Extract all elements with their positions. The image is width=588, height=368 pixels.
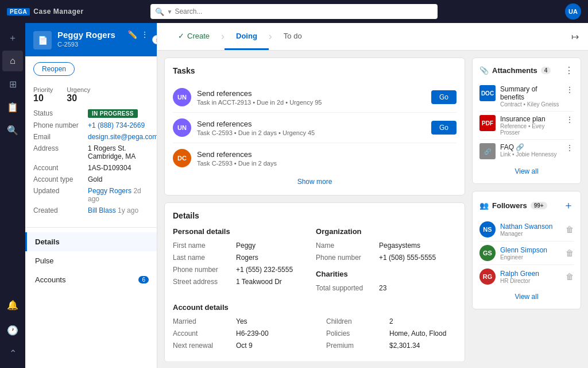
follower-name[interactable]: Glenn Simpson: [500, 246, 561, 254]
follower-name[interactable]: Nathan Swanson: [500, 223, 561, 231]
attachments-card: 📎 Attachments 4 ⋮ DOC Summary of benefit…: [472, 57, 581, 184]
follower-role: Engineer: [500, 254, 561, 260]
attachment-name: Summary of benefits: [500, 85, 561, 101]
attachment-icon: DOC: [479, 85, 496, 101]
attachment-sub: Link • Jobie Hennessy: [500, 151, 561, 158]
stage-todo[interactable]: To do: [272, 23, 314, 50]
avatar[interactable]: UA: [565, 3, 581, 20]
icon-bar-bell[interactable]: 🔔: [2, 297, 23, 317]
attachment-more-icon[interactable]: ⋮: [566, 115, 574, 124]
attachment-info: FAQ 🔗 Link • Jobie Hennessy: [500, 143, 561, 158]
task-title: Send references: [197, 89, 425, 98]
icon-bar-add[interactable]: ＋: [2, 28, 23, 48]
nav-item-pulse[interactable]: Pulse: [25, 251, 157, 270]
nav-item-accounts[interactable]: Accounts 6: [25, 270, 157, 289]
charities-title: Charities: [316, 270, 436, 278]
detail-row: Account H6-239-00: [173, 329, 303, 338]
show-more-button[interactable]: Show more: [173, 173, 457, 187]
detail-row: Policies Home, Auto, Flood: [326, 329, 457, 338]
account-type-label: Account type: [33, 175, 88, 183]
task-subtitle: Task in ACCT-2913 • Due in 2d • Urgency …: [197, 99, 425, 106]
attachment-info: Summary of benefits Contract • Kiley Gne…: [500, 85, 561, 108]
stage-expand-button[interactable]: ↦: [571, 31, 579, 42]
detail-row: Last name Rogers: [173, 254, 293, 262]
detail-row: First name Peggy: [173, 241, 293, 250]
attachments-more-icon[interactable]: ⋮: [564, 65, 574, 76]
edit-icon[interactable]: ✏️: [127, 30, 137, 39]
detail-row: Premium $2,301.34: [326, 342, 457, 350]
attachment-sub: Reference • Evey Prosser: [500, 123, 561, 136]
remove-follower-button[interactable]: 🗑: [566, 225, 574, 234]
stage-bar: ✓ Create › Doing › To do ↦: [157, 23, 588, 51]
reopen-button[interactable]: Reopen: [33, 62, 75, 76]
attachment-more-icon[interactable]: ⋮: [566, 85, 574, 94]
attachment-icon: PDF: [479, 115, 496, 131]
more-options-icon[interactable]: ⋮: [141, 30, 149, 39]
tasks-card: Tasks UN Send references Task in ACCT-29…: [164, 57, 465, 195]
add-follower-button[interactable]: ＋: [563, 198, 574, 212]
attachment-item: DOC Summary of benefits Contract • Kiley…: [479, 82, 574, 112]
task-subtitle: Task C-2593 • Due in 2 days: [197, 160, 457, 167]
task-avatar: DC: [173, 149, 191, 167]
remove-follower-button[interactable]: 🗑: [566, 272, 574, 281]
case-name: Peggy Rogers: [57, 30, 115, 40]
task-info: Send references Task C-2593 • Due in 2 d…: [197, 120, 425, 136]
remove-follower-button[interactable]: 🗑: [566, 248, 574, 258]
status-badge: IN PROGRESS: [88, 109, 138, 118]
account-value: 1AS-D109304: [88, 164, 131, 172]
follower-role: HR Director: [500, 278, 561, 284]
nav-item-details[interactable]: Details: [25, 232, 157, 251]
search-input[interactable]: [175, 7, 433, 16]
center-panel: Tasks UN Send references Task in ACCT-29…: [164, 57, 465, 361]
attachments-title: Attachments: [492, 66, 537, 75]
details-card: Details Personal details First name Pegg…: [164, 202, 465, 361]
follower-name[interactable]: Ralph Green: [500, 270, 561, 278]
followers-view-all[interactable]: View all: [479, 288, 574, 302]
followers-card: 👥 Followers 99+ ＋ NS Nathan Swanson Mana…: [472, 191, 581, 309]
updated-value[interactable]: Peggy Rogers 2d ago: [88, 187, 149, 203]
detail-row: Total supported 23: [316, 284, 436, 292]
search-dropdown-icon[interactable]: ▼: [167, 9, 172, 15]
detail-row: Phone number +1 (508) 555-5555: [316, 254, 436, 262]
urgency-value: 30: [67, 93, 90, 103]
search-bar[interactable]: 🔍 ▼: [150, 4, 438, 19]
logo-badge: PEGA: [7, 8, 30, 16]
detail-row: Phone number +1 (555) 232-5555: [173, 266, 293, 274]
topbar: PEGA Case Manager 🔍 ▼ UA: [0, 0, 588, 23]
attachments-count: 4: [541, 67, 551, 74]
go-button[interactable]: Go: [431, 121, 457, 135]
priority-label: Priority: [33, 86, 53, 93]
status-label: Status: [33, 109, 88, 118]
icon-bar-cases[interactable]: 📋: [2, 97, 23, 117]
icon-bar-clock[interactable]: 🕐: [2, 320, 23, 340]
follower-item: NS Nathan Swanson Manager 🗑: [479, 218, 574, 241]
stage-create[interactable]: ✓ Create: [167, 23, 221, 50]
attachments-view-all[interactable]: View all: [479, 163, 574, 177]
email-value[interactable]: design.site@pega.com: [88, 133, 157, 141]
phone-value[interactable]: +1 (888) 734-2669: [88, 121, 145, 129]
task-item: DC Send references Task C-2593 • Due in …: [173, 143, 457, 173]
attachment-sub: Contract • Kiley Gneiss: [500, 101, 561, 108]
tasks-title: Tasks: [173, 66, 457, 75]
attachment-more-icon[interactable]: ⋮: [566, 143, 574, 152]
left-panel: 📄 Peggy Rogers C-2593 ✏️ ⋮ › Reopen Prio…: [25, 23, 157, 368]
right-panel: 📎 Attachments 4 ⋮ DOC Summary of benefit…: [472, 57, 581, 361]
icon-bar-home[interactable]: ⌂: [2, 51, 23, 71]
attachment-icon: 🔗: [479, 143, 496, 159]
follower-avatar: RG: [479, 269, 496, 285]
icon-bar-apps[interactable]: ⊞: [2, 74, 23, 94]
followers-title: Followers: [492, 201, 527, 210]
follower-role: Manager: [500, 231, 561, 237]
main-content: ✓ Create › Doing › To do ↦ Tasks UN Se: [157, 23, 588, 368]
expand-panel-button[interactable]: ›: [152, 35, 157, 44]
created-value[interactable]: Bill Blass 1y ago: [88, 206, 138, 214]
detail-row: Married Yes: [173, 317, 303, 325]
attachments-list: DOC Summary of benefits Contract • Kiley…: [479, 82, 574, 163]
urgency-label: Urgency: [67, 86, 90, 93]
icon-bar-chevron[interactable]: ⌃: [2, 343, 23, 363]
follower-item: GS Glenn Simpson Engineer 🗑: [479, 241, 574, 265]
go-button[interactable]: Go: [431, 90, 457, 104]
icon-bar-search[interactable]: 🔍: [2, 120, 23, 140]
accounts-badge: 6: [138, 276, 149, 283]
stage-doing[interactable]: Doing: [225, 23, 269, 50]
